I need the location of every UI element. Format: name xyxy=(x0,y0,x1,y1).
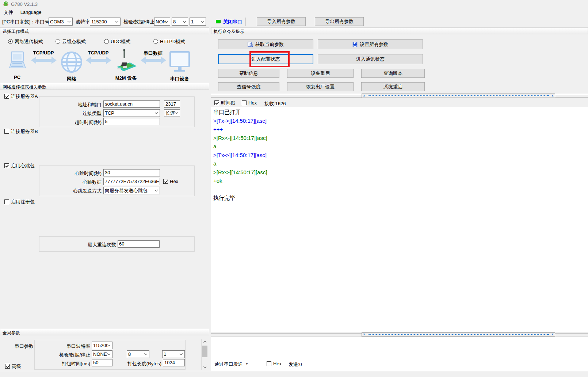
mode-radio-httpd[interactable]: HTTPD模式 xyxy=(153,39,185,44)
timeout-input[interactable]: 5 xyxy=(103,118,160,125)
chevron-down-icon xyxy=(175,111,178,114)
mode-label: 云组态模式 xyxy=(62,39,86,44)
chevron-down-icon xyxy=(183,19,186,22)
device-reboot-button[interactable]: 设备重启 xyxy=(287,69,354,78)
baud-label: 波特率 xyxy=(76,19,90,24)
mode-label: HTTPD模式 xyxy=(160,39,185,44)
baud-select[interactable]: 115200 xyxy=(90,18,121,26)
log-line: >[Rx<-][14:50:17][asc] xyxy=(213,134,586,142)
collapse-up-icon[interactable]: ▲ xyxy=(362,94,366,97)
stopbits-select[interactable]: 1 xyxy=(190,18,206,26)
advanced-label: 高级 xyxy=(12,363,21,369)
register-checkbox-row[interactable]: 启用注册包 xyxy=(4,199,35,205)
heartbeat-checkbox-row[interactable]: 启用心跳包 xyxy=(4,163,35,168)
server-a-address-input[interactable]: socket.usr.cn xyxy=(103,100,160,108)
server-a-port-input[interactable]: 2317 xyxy=(164,100,180,108)
com-port-select[interactable]: COM3 xyxy=(49,18,73,26)
radio-icon[interactable] xyxy=(8,39,13,44)
checkbox-icon[interactable] xyxy=(4,94,9,99)
enter-comm-button[interactable]: 进入通讯状态 xyxy=(318,54,423,64)
collapse-down-icon[interactable]: ▼ xyxy=(550,333,555,336)
parity-value: NONI xyxy=(154,19,165,24)
databits-select[interactable]: 8 xyxy=(172,18,188,26)
system-restart-button[interactable]: 系统重启 xyxy=(361,82,425,91)
log-line: +ok xyxy=(213,176,586,185)
mode-radio-udc[interactable]: UDC模式 xyxy=(104,39,130,44)
left-panel-scrollbar[interactable] xyxy=(201,339,208,370)
mode-label: UDC模式 xyxy=(111,39,130,44)
enter-comm-label: 进入通讯状态 xyxy=(356,56,385,62)
help-button[interactable]: 帮助信息 xyxy=(218,69,279,78)
menu-language[interactable]: Language xyxy=(18,8,45,16)
g-stopbits-select[interactable]: 1 xyxy=(162,350,185,358)
horizontal-splitter-top[interactable]: ▲ ▲ xyxy=(362,94,555,98)
menu-file[interactable]: 文件 xyxy=(1,8,16,17)
log-line: >[Tx->][14:50:17][asc] xyxy=(213,151,586,160)
checkbox-icon[interactable] xyxy=(163,179,168,184)
checkbox-icon[interactable] xyxy=(267,361,271,366)
send-hex-checkbox-row[interactable]: Hex xyxy=(267,361,282,366)
checkbox-icon[interactable] xyxy=(214,100,219,105)
parity-select[interactable]: NONI xyxy=(154,18,170,26)
send-via-serial-dropdown[interactable]: 通过串口发送 ▼ xyxy=(214,361,248,367)
mode-radio-transparent[interactable]: 网络透传模式 xyxy=(8,39,43,44)
databits-value: 8 xyxy=(172,19,183,24)
heartbeat-data-input[interactable]: 7777772E7573722E636E xyxy=(103,178,160,185)
reconnect-input[interactable]: 60 xyxy=(118,240,160,248)
g-databits-select[interactable]: 8 xyxy=(127,350,149,358)
chevron-down-icon xyxy=(201,19,204,22)
keepalive-select[interactable]: 长连接 xyxy=(164,109,180,117)
g-parity-label: 检验/数据/停止 xyxy=(44,352,90,358)
close-serial-button[interactable]: 关闭串口 xyxy=(223,19,242,24)
scroll-down-button[interactable] xyxy=(202,365,208,370)
enter-config-button[interactable]: 进入配置状态 xyxy=(218,54,313,64)
timestamp-checkbox-row[interactable]: 时间戳 xyxy=(214,100,235,106)
checkbox-icon[interactable] xyxy=(242,100,247,105)
radio-icon[interactable] xyxy=(153,39,158,44)
factory-reset-button[interactable]: 恢复出厂设置 xyxy=(287,82,354,91)
log-hex-checkbox-row[interactable]: Hex xyxy=(242,100,257,106)
chevron-down-icon xyxy=(107,352,110,355)
checkbox-icon[interactable] xyxy=(4,129,9,134)
checkbox-icon[interactable] xyxy=(5,364,10,369)
command-header: 执行命令及提示 xyxy=(211,27,588,34)
heartbeat-mode-select[interactable]: 向服务器发送心跳包 xyxy=(103,187,160,194)
server-a-checkbox-row[interactable]: 连接服务器A xyxy=(4,94,38,99)
query-version-button[interactable]: 查询版本 xyxy=(361,69,425,78)
server-b-checkbox-row[interactable]: 连接服务器B xyxy=(4,129,38,134)
radio-icon[interactable] xyxy=(56,39,60,44)
timeout-label: 超时时间(秒) xyxy=(55,119,102,125)
collapse-up-icon[interactable]: ▲ xyxy=(550,94,555,97)
pack-len-input[interactable]: 1024 xyxy=(163,359,185,366)
set-params-button[interactable]: 设置所有参数 xyxy=(318,39,423,49)
checkbox-icon[interactable] xyxy=(4,163,9,168)
timestamp-label: 时间戳 xyxy=(221,100,235,106)
send-via-serial-label: 通过串口发送 xyxy=(214,361,243,367)
collapse-down-icon[interactable]: ▼ xyxy=(362,333,366,336)
stopbits-value: 1 xyxy=(190,19,201,24)
com-port-value: COM3 xyxy=(49,19,68,24)
diagram-link2-label: TCP/UDP xyxy=(85,50,111,56)
g-databits-value: 8 xyxy=(127,351,145,357)
export-params-button[interactable]: 导出所有参数 xyxy=(315,17,364,26)
conn-type-select[interactable]: TCP xyxy=(103,109,160,117)
log-output[interactable]: 串口已打开 >[Tx->][14:50:17][asc] +++ >[Rx<-]… xyxy=(211,107,588,332)
import-params-button[interactable]: 导入所有参数 xyxy=(257,17,306,26)
scroll-up-button[interactable] xyxy=(202,339,208,344)
splitter-dots xyxy=(368,95,549,96)
mode-radio-cloud[interactable]: 云组态模式 xyxy=(56,39,86,44)
g-baud-select[interactable]: 115200 xyxy=(92,342,112,349)
scrollbar-thumb[interactable] xyxy=(202,346,207,357)
signal-strength-button[interactable]: 查信号强度 xyxy=(218,82,279,91)
baud-value: 115200 xyxy=(90,19,116,24)
g-parity-select[interactable]: NONE xyxy=(92,350,112,358)
search-doc-icon xyxy=(248,42,253,47)
checkbox-icon[interactable] xyxy=(4,199,9,204)
radio-icon[interactable] xyxy=(104,39,109,44)
heartbeat-time-input[interactable]: 30 xyxy=(103,169,160,176)
pack-time-input[interactable]: 50 xyxy=(92,359,112,366)
get-params-button[interactable]: 获取当前参数 xyxy=(218,39,313,49)
heartbeat-hex-checkbox-row[interactable]: Hex xyxy=(163,179,178,184)
advanced-checkbox-row[interactable]: 高级 xyxy=(5,363,21,369)
horizontal-splitter-bottom[interactable]: ▼ ▼ xyxy=(362,332,555,337)
